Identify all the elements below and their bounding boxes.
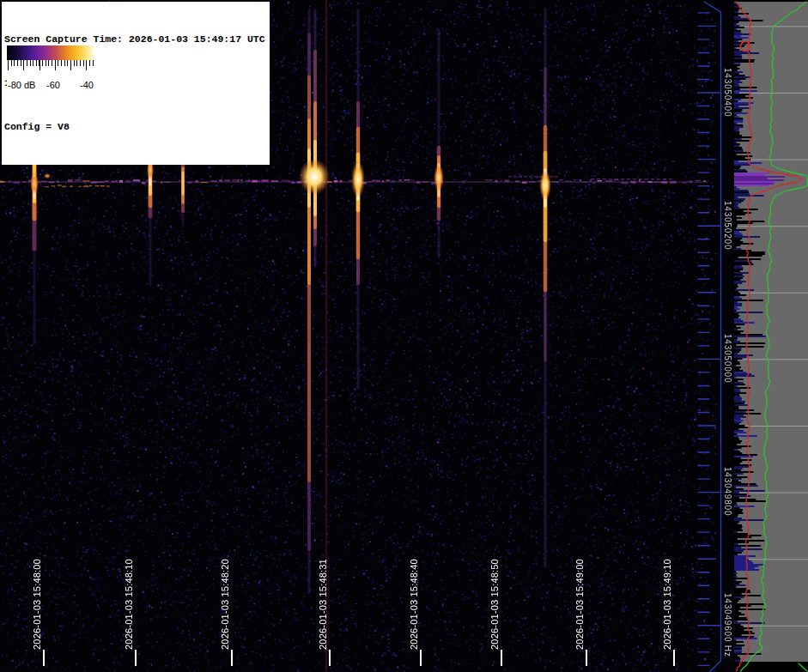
db-label-60: -60 bbox=[46, 80, 60, 90]
time-axis-label: 2026-01-03 15:48:20 bbox=[219, 544, 232, 650]
colorbar-scale: -80 dB -60 -40 bbox=[7, 60, 95, 91]
frequency-axis-label: 143050200 bbox=[721, 179, 734, 273]
time-axis-label: 2026-01-03 15:48:40 bbox=[408, 544, 421, 650]
time-axis-label: 2026-01-03 15:49:10 bbox=[661, 544, 674, 650]
colorbar-legend: -80 dB -60 -40 bbox=[7, 45, 95, 91]
config-text: Config = V8 bbox=[4, 119, 265, 134]
time-axis-label: 2026-01-03 15:49:00 bbox=[574, 544, 586, 650]
colorbar-major-ticks bbox=[8, 60, 95, 70]
frequency-axis-label: 143049600 Hz bbox=[721, 578, 734, 672]
spectrogram-app-window: Screen Capture Time: 2026-01-03 15:49:17… bbox=[0, 0, 808, 672]
time-axis-label: 2026-01-03 15:48:50 bbox=[489, 544, 501, 650]
frequency-axis-label: 143050400 bbox=[721, 45, 734, 140]
time-axis-label: 2026-01-03 15:48:00 bbox=[31, 544, 44, 650]
db-label-40: -40 bbox=[80, 80, 94, 90]
db-label-80: -80 dB bbox=[8, 80, 35, 90]
time-axis-label: 2026-01-03 15:48:31 bbox=[317, 544, 330, 650]
capture-time-text: Screen Capture Time: 2026-01-03 15:49:17… bbox=[4, 32, 265, 46]
colorbar-gradient bbox=[7, 45, 95, 60]
frequency-axis-label: 143049800 bbox=[721, 445, 734, 539]
time-axis-label: 2026-01-03 15:48:10 bbox=[123, 544, 136, 650]
frequency-axis-label: 143050000 bbox=[721, 312, 734, 406]
